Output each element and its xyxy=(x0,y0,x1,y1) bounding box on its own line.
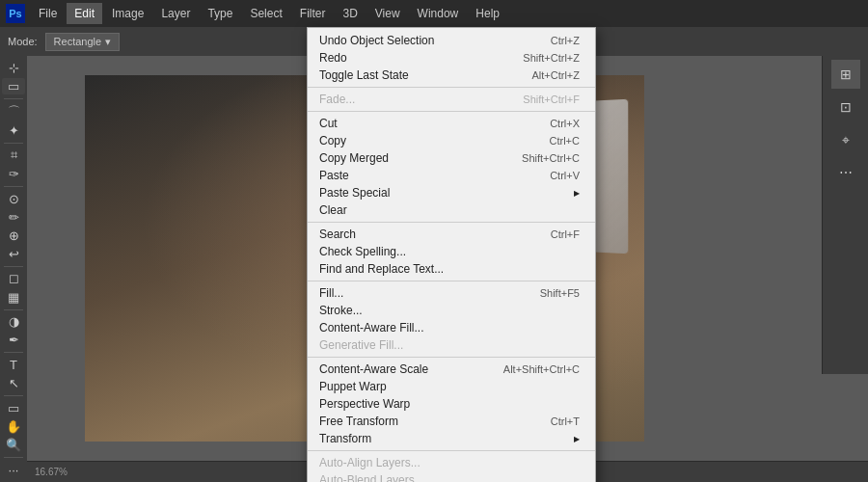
menu-auto-align-layers-label: Auto-Align Layers... xyxy=(319,456,420,469)
tool-marquee[interactable]: ▭ xyxy=(2,78,25,94)
menu-redo-shortcut: Shift+Ctrl+Z xyxy=(523,52,580,64)
menu-type[interactable]: Type xyxy=(200,3,240,24)
tool-type[interactable]: T xyxy=(2,357,25,373)
menu-paste[interactable]: Paste Ctrl+V xyxy=(308,167,595,184)
menu-help[interactable]: Help xyxy=(468,3,507,24)
menu-puppet-warp[interactable]: Puppet Warp xyxy=(308,378,595,395)
tool-shape[interactable]: ▭ xyxy=(2,400,25,416)
menu-window[interactable]: Window xyxy=(410,3,467,24)
menu-perspective-warp[interactable]: Perspective Warp xyxy=(308,395,595,413)
menu-search-shortcut: Ctrl+F xyxy=(551,228,580,240)
tool-lasso[interactable]: ⌒ xyxy=(2,103,25,120)
toolbar-separator-3 xyxy=(4,186,23,187)
menu-3d[interactable]: 3D xyxy=(335,3,365,24)
tool-dodge[interactable]: ◑ xyxy=(2,313,25,330)
menu-content-aware-fill-label: Content-Aware Fill... xyxy=(319,321,424,335)
toolbar-separator-2 xyxy=(4,143,23,144)
menu-copy-merged-shortcut: Shift+Ctrl+C xyxy=(522,152,580,164)
edit-dropdown-menu: Undo Object Selection Ctrl+Z Redo Shift+… xyxy=(307,27,596,482)
menu-auto-align-layers[interactable]: Auto-Align Layers... xyxy=(308,454,595,471)
menu-clear-label: Clear xyxy=(319,203,347,217)
menu-paste-special-label: Paste Special xyxy=(319,186,390,200)
menu-bar: Ps File Edit Image Layer Type Select Fil… xyxy=(0,0,868,27)
tool-move[interactable]: ⊹ xyxy=(2,60,25,76)
tool-gradient[interactable]: ▦ xyxy=(2,289,25,306)
menu-free-transform-label: Free Transform xyxy=(319,415,398,428)
menu-copy-shortcut: Ctrl+C xyxy=(550,135,580,147)
menu-file[interactable]: File xyxy=(31,3,65,24)
menu-undo-label: Undo Object Selection xyxy=(319,34,434,47)
menu-edit[interactable]: Edit xyxy=(67,3,102,24)
toolbar-separator-4 xyxy=(4,266,23,267)
tool-history-brush[interactable]: ↩ xyxy=(2,246,25,262)
panel-icon-paths[interactable]: ⌖ xyxy=(831,125,860,154)
tool-pen[interactable]: ✒ xyxy=(2,332,25,348)
tool-spot-heal[interactable]: ⊙ xyxy=(2,190,25,206)
menu-filter[interactable]: Filter xyxy=(292,3,334,24)
menu-paste-special[interactable]: Paste Special xyxy=(308,184,595,201)
tool-eyedropper[interactable]: ✑ xyxy=(2,166,25,182)
panel-icon-extras[interactable]: ⋯ xyxy=(831,158,860,187)
menu-copy-merged[interactable]: Copy Merged Shift+Ctrl+C xyxy=(308,149,595,167)
menu-transform[interactable]: Transform xyxy=(308,430,595,447)
menu-paste-shortcut: Ctrl+V xyxy=(550,170,580,181)
menu-clear[interactable]: Clear xyxy=(308,201,595,219)
menu-content-aware-fill[interactable]: Content-Aware Fill... xyxy=(308,319,595,336)
menu-auto-blend-layers[interactable]: Auto-Blend Layers... xyxy=(308,471,595,482)
menu-fade-label: Fade... xyxy=(319,93,355,106)
menu-generative-fill[interactable]: Generative Fill... xyxy=(308,336,595,354)
menu-content-aware-scale[interactable]: Content-Aware Scale Alt+Shift+Ctrl+C xyxy=(308,361,595,378)
menu-redo[interactable]: Redo Shift+Ctrl+Z xyxy=(308,49,595,67)
tool-path-selection[interactable]: ↖ xyxy=(2,375,25,391)
toolbar-separator-6 xyxy=(4,352,23,353)
tool-clone[interactable]: ⊕ xyxy=(2,228,25,244)
menu-undo[interactable]: Undo Object Selection Ctrl+Z xyxy=(308,32,595,49)
menu-fill[interactable]: Fill... Shift+F5 xyxy=(308,284,595,302)
menu-content-aware-scale-label: Content-Aware Scale xyxy=(319,362,428,376)
menu-fade[interactable]: Fade... Shift+Ctrl+F xyxy=(308,91,595,108)
menu-copy[interactable]: Copy Ctrl+C xyxy=(308,132,595,149)
menu-cut-shortcut: Ctrl+X xyxy=(550,118,580,129)
zoom-level: 16.67% xyxy=(35,467,68,477)
menu-puppet-warp-label: Puppet Warp xyxy=(319,380,387,393)
menu-fill-shortcut: Shift+F5 xyxy=(540,287,580,299)
panel-icon-channels[interactable]: ⊡ xyxy=(831,93,860,121)
menu-cut-label: Cut xyxy=(319,117,338,130)
tool-magic-wand[interactable]: ✦ xyxy=(2,122,25,139)
menu-undo-shortcut: Ctrl+Z xyxy=(551,35,580,46)
menu-toggle-last-state[interactable]: Toggle Last State Alt+Ctrl+Z xyxy=(308,67,595,84)
menu-fill-label: Fill... xyxy=(319,286,343,300)
tool-brush[interactable]: ✏ xyxy=(2,209,25,226)
panel-icon-layers[interactable]: ⊞ xyxy=(831,60,860,89)
menu-image[interactable]: Image xyxy=(104,3,151,24)
separator-1 xyxy=(308,87,595,88)
menu-check-spelling-label: Check Spelling... xyxy=(319,245,406,258)
tool-more[interactable]: ··· xyxy=(2,462,25,478)
menu-select[interactable]: Select xyxy=(242,3,289,24)
menu-cut[interactable]: Cut Ctrl+X xyxy=(308,115,595,132)
tool-crop[interactable]: ⌗ xyxy=(2,147,25,164)
menu-view[interactable]: View xyxy=(367,3,408,24)
menu-fade-shortcut: Shift+Ctrl+F xyxy=(523,94,580,105)
tool-hand[interactable]: ✋ xyxy=(2,418,25,435)
menu-find-replace[interactable]: Find and Replace Text... xyxy=(308,260,595,278)
separator-4 xyxy=(308,281,595,281)
menu-check-spelling[interactable]: Check Spelling... xyxy=(308,243,595,260)
menu-stroke-label: Stroke... xyxy=(319,304,363,317)
mode-selector[interactable]: Rectangle ▾ xyxy=(45,33,121,51)
tool-zoom[interactable]: 🔍 xyxy=(2,437,25,453)
mode-label: Mode: xyxy=(8,36,38,47)
menu-copy-label: Copy xyxy=(319,134,346,147)
menu-search[interactable]: Search Ctrl+F xyxy=(308,226,595,243)
menu-redo-label: Redo xyxy=(319,51,347,65)
toolbar-separator-1 xyxy=(4,98,23,99)
menu-free-transform-shortcut: Ctrl+T xyxy=(551,415,580,427)
menu-layer[interactable]: Layer xyxy=(153,3,198,24)
menu-toggle-label: Toggle Last State xyxy=(319,68,409,82)
tool-eraser[interactable]: ◻ xyxy=(2,270,25,286)
menu-stroke[interactable]: Stroke... xyxy=(308,302,595,319)
right-panel: ⊞ ⊡ ⌖ ⋯ xyxy=(822,56,868,374)
mode-value: Rectangle xyxy=(54,36,102,47)
menu-free-transform[interactable]: Free Transform Ctrl+T xyxy=(308,413,595,430)
toolbar-separator-8 xyxy=(4,457,23,458)
